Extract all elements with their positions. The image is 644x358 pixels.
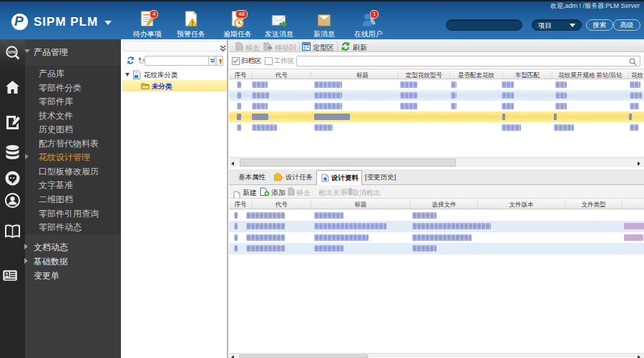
- svg-text:SIPM: SIPM: [8, 51, 16, 54]
